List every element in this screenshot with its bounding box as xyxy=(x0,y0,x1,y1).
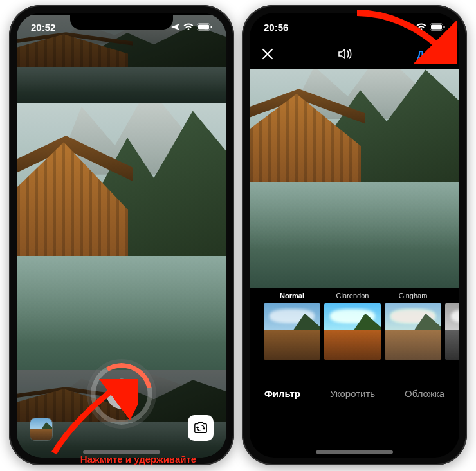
battery-icon xyxy=(197,23,212,31)
filter-normal[interactable]: Normal xyxy=(264,292,320,364)
phone-right: 20:56 Далее xyxy=(242,5,467,465)
sound-toggle-button[interactable] xyxy=(338,48,353,63)
svg-rect-1 xyxy=(198,25,209,30)
switch-camera-button[interactable] xyxy=(188,415,214,441)
sound-on-icon xyxy=(338,48,353,60)
filter-gingham[interactable]: Gingham xyxy=(385,292,441,364)
gallery-thumbnail-button[interactable] xyxy=(30,418,53,441)
annotation-caption: Нажмите и удерживайте xyxy=(64,454,212,465)
tab-filter[interactable]: Фильтр xyxy=(264,388,300,399)
airplane-icon xyxy=(404,23,413,31)
status-icons-right xyxy=(404,23,445,31)
phone-left: 20:52 xyxy=(9,5,234,465)
notch xyxy=(70,13,173,30)
switch-camera-icon xyxy=(194,421,208,435)
tab-trim[interactable]: Укоротить xyxy=(330,388,375,399)
wifi-icon xyxy=(183,23,194,31)
filter-label: Normal xyxy=(280,292,304,301)
viewfinder-crop[interactable] xyxy=(17,103,226,396)
editor-preview[interactable] xyxy=(250,69,459,288)
next-button[interactable]: Далее xyxy=(417,49,448,61)
svg-rect-4 xyxy=(431,25,442,30)
camera-viewfinder xyxy=(17,41,226,458)
wifi-icon xyxy=(416,23,426,31)
filter-label: Gingham xyxy=(399,292,428,301)
notch xyxy=(303,13,406,30)
svg-rect-5 xyxy=(444,26,445,28)
home-indicator[interactable] xyxy=(316,450,393,454)
filter-label: Clarendon xyxy=(336,292,369,301)
editor-toolbar: Далее xyxy=(250,41,459,69)
airplane-icon xyxy=(171,23,180,31)
status-time: 20:52 xyxy=(31,22,55,33)
battery-icon xyxy=(430,23,445,31)
screen-left: 20:52 xyxy=(17,13,226,458)
filter-strip[interactable]: Normal Clarendon Gingham M xyxy=(250,288,459,365)
filter-clarendon[interactable]: Clarendon xyxy=(324,292,381,364)
svg-rect-2 xyxy=(211,26,212,28)
shutter-button[interactable] xyxy=(91,363,152,425)
tab-cover[interactable]: Обложка xyxy=(405,388,444,399)
filter-partial[interactable]: M xyxy=(445,292,459,364)
status-time: 20:56 xyxy=(264,22,288,33)
editor-tabs: Фильтр Укоротить Обложка xyxy=(250,377,459,410)
viewfinder-dim-top xyxy=(17,41,226,103)
screen-right: 20:56 Далее xyxy=(250,13,459,458)
close-icon xyxy=(261,48,274,60)
close-button[interactable] xyxy=(261,48,274,63)
status-icons-left xyxy=(171,23,212,31)
